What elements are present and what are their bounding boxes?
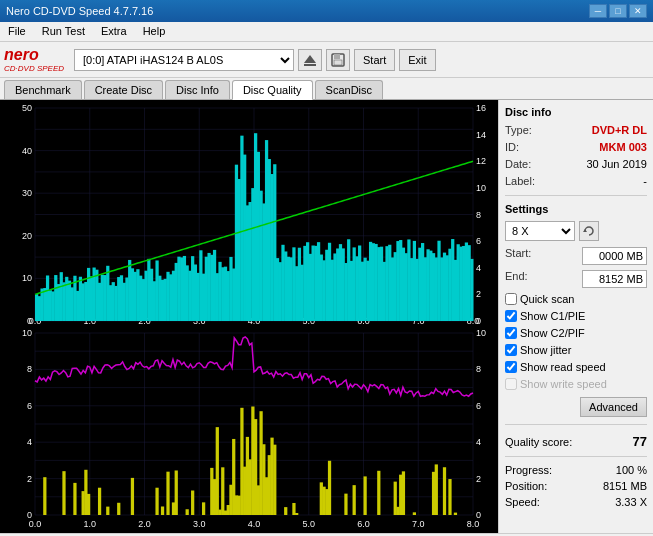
tabs: Benchmark Create Disc Disc Info Disc Qua… [0,78,653,100]
disc-id-row: ID: MKM 003 [505,141,647,153]
refresh-icon [583,225,595,237]
quality-score-value: 77 [633,434,647,449]
show-write-speed-row: Show write speed [505,378,647,390]
charts-canvas [0,100,498,533]
maximize-button[interactable]: □ [609,4,627,18]
show-read-speed-checkbox[interactable] [505,361,517,373]
minimize-button[interactable]: ─ [589,4,607,18]
tab-disc-info[interactable]: Disc Info [165,80,230,99]
quick-scan-label: Quick scan [520,293,574,305]
svg-rect-1 [304,64,316,66]
disc-label-label: Label: [505,175,535,187]
show-c1pie-checkbox[interactable] [505,310,517,322]
quality-score-label: Quality score: [505,436,572,448]
show-read-speed-label: Show read speed [520,361,606,373]
show-read-speed-row: Show read speed [505,361,647,373]
advanced-button[interactable]: Advanced [580,397,647,417]
speed-select[interactable]: 8 X Max 1 X 2 X 4 X 6 X 12 X 16 X [505,221,575,241]
menu-help[interactable]: Help [139,24,170,39]
right-panel: Disc info Type: DVD+R DL ID: MKM 003 Dat… [498,100,653,533]
menu-bar: File Run Test Extra Help [0,22,653,42]
eject-icon [303,53,317,67]
show-c2pif-checkbox[interactable] [505,327,517,339]
tab-create-disc[interactable]: Create Disc [84,80,163,99]
show-c1pie-row: Show C1/PIE [505,310,647,322]
eject-icon-btn[interactable] [298,49,322,71]
svg-rect-3 [334,54,340,59]
refresh-icon-btn[interactable] [579,221,599,241]
disc-type-row: Type: DVD+R DL [505,124,647,136]
logo-nero: nero [4,46,64,64]
start-button[interactable]: Start [354,49,395,71]
menu-extra[interactable]: Extra [97,24,131,39]
device-select[interactable]: [0:0] ATAPI iHAS124 B AL0S [74,49,294,71]
title-bar: Nero CD-DVD Speed 4.7.7.16 ─ □ ✕ [0,0,653,22]
toolbar: nero CD·DVD SPEED [0:0] ATAPI iHAS124 B … [0,42,653,78]
logo: nero CD·DVD SPEED [4,46,64,73]
svg-rect-4 [334,60,342,65]
app-title: Nero CD-DVD Speed 4.7.7.16 [6,5,153,17]
exit-button[interactable]: Exit [399,49,435,71]
chart-area [0,100,498,533]
show-write-speed-checkbox [505,378,517,390]
speed-row-stat: Speed: 3.33 X [505,496,647,508]
end-mb-label: End: [505,270,528,288]
quick-scan-checkbox[interactable] [505,293,517,305]
quick-scan-row: Quick scan [505,293,647,305]
show-jitter-label: Show jitter [520,344,571,356]
show-write-speed-label: Show write speed [520,378,607,390]
show-jitter-checkbox[interactable] [505,344,517,356]
disc-date-row: Date: 30 Jun 2019 [505,158,647,170]
svg-marker-5 [583,229,587,232]
divider-1 [505,195,647,196]
end-mb-input[interactable] [582,270,647,288]
close-button[interactable]: ✕ [629,4,647,18]
tab-scan-disc[interactable]: ScanDisc [315,80,383,99]
position-value: 8151 MB [603,480,647,492]
svg-marker-0 [304,55,316,63]
disc-label-value: - [643,175,647,187]
end-mb-row: End: [505,270,647,288]
speed-label: Speed: [505,496,540,508]
show-c1pie-label: Show C1/PIE [520,310,585,322]
disc-date-label: Date: [505,158,531,170]
window-controls[interactable]: ─ □ ✕ [589,4,647,18]
divider-3 [505,456,647,457]
speed-value: 3.33 X [615,496,647,508]
disc-type-value: DVD+R DL [592,124,647,136]
disc-id-label: ID: [505,141,519,153]
disc-label-row: Label: - [505,175,647,187]
start-mb-label: Start: [505,247,531,265]
show-jitter-row: Show jitter [505,344,647,356]
menu-file[interactable]: File [4,24,30,39]
disc-id-value: MKM 003 [599,141,647,153]
show-c2pif-label: Show C2/PIF [520,327,585,339]
tab-benchmark[interactable]: Benchmark [4,80,82,99]
logo-sub: CD·DVD SPEED [4,64,64,73]
disc-date-value: 30 Jun 2019 [586,158,647,170]
main-content: Disc info Type: DVD+R DL ID: MKM 003 Dat… [0,100,653,533]
position-label: Position: [505,480,547,492]
disc-type-label: Type: [505,124,532,136]
menu-run-test[interactable]: Run Test [38,24,89,39]
progress-row: Progress: 100 % [505,464,647,476]
quality-score-row: Quality score: 77 [505,434,647,449]
start-mb-input[interactable] [582,247,647,265]
save-icon-btn[interactable] [326,49,350,71]
tab-disc-quality[interactable]: Disc Quality [232,80,313,100]
progress-label: Progress: [505,464,552,476]
disc-info-title: Disc info [505,106,647,118]
settings-title: Settings [505,203,647,215]
save-icon [331,53,345,67]
start-mb-row: Start: [505,247,647,265]
position-row: Position: 8151 MB [505,480,647,492]
divider-2 [505,424,647,425]
speed-row: 8 X Max 1 X 2 X 4 X 6 X 12 X 16 X [505,221,647,241]
progress-value: 100 % [616,464,647,476]
show-c2pif-row: Show C2/PIF [505,327,647,339]
